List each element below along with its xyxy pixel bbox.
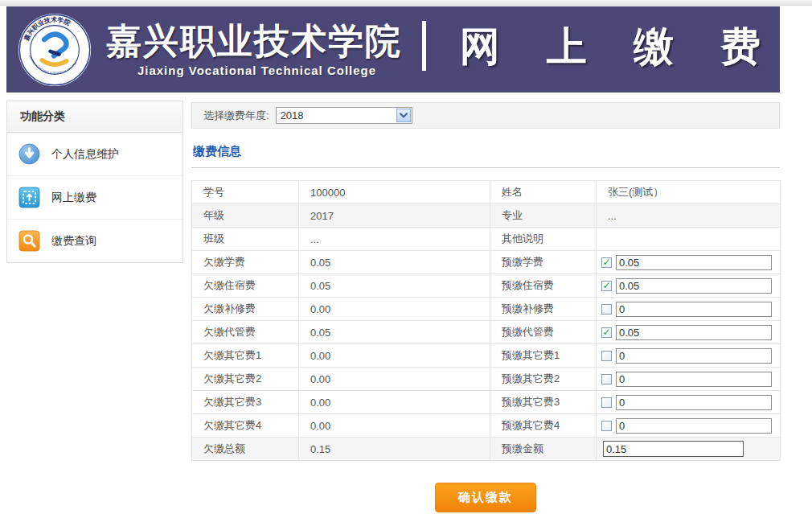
- prepay-label: 其他说明: [490, 228, 597, 251]
- owed-value: 0.00: [299, 391, 490, 414]
- prepay-amount-input[interactable]: [616, 348, 772, 364]
- table-row: 欠缴其它费10.00预缴其它费1: [192, 344, 781, 368]
- filter-bar: 选择缴费年度: 2018: [191, 102, 780, 129]
- sidebar-title: 功能分类: [7, 101, 182, 133]
- table-row: 欠缴学费0.05预缴学费: [192, 251, 781, 274]
- prepay-checkbox[interactable]: [601, 397, 612, 408]
- owed-label: 欠缴其它费4: [192, 414, 299, 438]
- table-row: 学号100000姓名张三(测试）: [192, 181, 781, 204]
- prepay-checkbox[interactable]: [601, 304, 612, 315]
- owed-label: 欠缴总额: [192, 438, 299, 461]
- prepay-value: 张三(测试）: [597, 181, 781, 204]
- table-row: 欠缴总额0.15预缴金额: [192, 438, 781, 461]
- owed-value: 0.00: [299, 414, 490, 438]
- payment-year-select[interactable]: 2018: [276, 107, 412, 124]
- owed-value: 0.00: [299, 298, 490, 321]
- prepay-checkbox[interactable]: [601, 351, 612, 361]
- owed-value: 0.05: [299, 274, 490, 298]
- college-name-zh: 嘉兴职业技术学院: [106, 22, 408, 60]
- owed-label: 学号: [192, 181, 299, 204]
- prepay-checkbox[interactable]: [601, 281, 612, 291]
- table-row: 欠缴代管费0.05预缴代管费: [192, 321, 781, 344]
- prepay-label: 预缴代管费: [490, 321, 597, 344]
- payment-year-value: 2018: [277, 109, 396, 121]
- owed-label: 欠缴住宿费: [192, 274, 299, 298]
- sidebar-item-label: 网上缴费: [51, 191, 96, 205]
- table-row: 欠缴其它费40.00预缴其它费4: [192, 414, 781, 438]
- confirm-payment-button[interactable]: 确认缴款: [435, 483, 536, 512]
- sidebar-item-online-payment[interactable]: 网上缴费: [7, 175, 182, 219]
- owed-value: ...: [299, 228, 490, 251]
- page-top-strip: [0, 0, 812, 6]
- college-logo: 嘉兴职业技术学院 JIAXING VOCATIONAL & TECHNICAL …: [18, 13, 92, 87]
- prepay-total-input[interactable]: [603, 441, 744, 457]
- personal-info-icon: [18, 143, 40, 165]
- prepay-label: 预缴其它费1: [490, 344, 597, 368]
- owed-label: 欠缴其它费2: [192, 368, 299, 391]
- prepay-checkbox[interactable]: [601, 257, 612, 268]
- prepay-amount-input[interactable]: [616, 395, 772, 410]
- sidebar-item-payment-query[interactable]: 缴费查询: [7, 219, 182, 262]
- prepay-amount-input[interactable]: [616, 418, 772, 434]
- button-row: 确认缴款: [191, 483, 780, 512]
- prepay-label: 预缴学费: [490, 251, 597, 274]
- payment-query-icon: [18, 230, 40, 252]
- header-banner: 嘉兴职业技术学院 JIAXING VOCATIONAL & TECHNICAL …: [6, 6, 780, 93]
- prepay-checkbox[interactable]: [601, 327, 612, 338]
- sidebar-item-label: 个人信息维护: [51, 147, 119, 162]
- payment-info-table: 学号100000姓名张三(测试）年级2017专业...班级...其他说明欠缴学费…: [191, 180, 781, 461]
- chevron-down-icon: [400, 113, 408, 118]
- owed-label: 欠缴代管费: [192, 321, 299, 344]
- owed-label: 欠缴学费: [192, 251, 299, 274]
- prepay-amount-input[interactable]: [616, 372, 772, 387]
- payment-year-label: 选择缴费年度:: [203, 109, 269, 123]
- prepay-amount-input[interactable]: [616, 325, 772, 340]
- owed-value: 0.15: [299, 438, 490, 461]
- owed-label: 班级: [192, 228, 299, 251]
- online-payment-icon: [18, 187, 40, 208]
- owed-value: 0.05: [299, 321, 490, 344]
- owed-value: 100000: [299, 181, 490, 204]
- table-row: 班级...其他说明: [192, 228, 781, 251]
- select-dropdown-button[interactable]: [396, 109, 411, 122]
- owed-value: 0.00: [299, 344, 490, 368]
- section-title: 缴费信息: [191, 144, 780, 159]
- college-name-en: Jiaxing Vocational Technical College: [106, 64, 408, 77]
- owed-label: 欠缴其它费1: [192, 344, 299, 368]
- payment-table-body: 学号100000姓名张三(测试）年级2017专业...班级...其他说明欠缴学费…: [192, 181, 781, 461]
- prepay-checkbox[interactable]: [601, 421, 612, 431]
- table-row: 欠缴其它费30.00预缴其它费3: [192, 391, 781, 414]
- owed-label: 欠缴其它费3: [192, 391, 299, 414]
- prepay-value: ...: [597, 204, 781, 228]
- owed-label: 年级: [192, 204, 299, 228]
- owed-label: 欠缴补修费: [192, 298, 299, 321]
- college-seal-icon: 嘉兴职业技术学院 JIAXING VOCATIONAL & TECHNICAL …: [18, 13, 92, 87]
- sidebar: 功能分类 个人信息维护 网上缴费: [6, 101, 183, 263]
- table-row: 欠缴其它费20.00预缴其它费2: [192, 368, 781, 391]
- owed-value: 0.05: [299, 251, 490, 274]
- prepay-label: 专业: [490, 204, 597, 228]
- owed-value: 0.00: [299, 368, 490, 391]
- prepay-label: 姓名: [490, 181, 597, 204]
- main-content: 选择缴费年度: 2018 缴费信息 学号100000姓名张三(测试）年级2017…: [191, 102, 780, 512]
- sidebar-item-personal-info[interactable]: 个人信息维护: [7, 133, 182, 175]
- sidebar-item-label: 缴费查询: [51, 234, 96, 249]
- prepay-label: 预缴其它费3: [490, 391, 597, 414]
- prepay-label: 预缴补修费: [490, 298, 597, 321]
- prepay-label: 预缴金额: [490, 438, 597, 461]
- banner-divider: [422, 21, 426, 71]
- section-divider: [191, 167, 780, 168]
- table-row: 年级2017专业...: [192, 204, 781, 228]
- table-row: 欠缴补修费0.00预缴补修费: [192, 298, 781, 321]
- prepay-label: 预缴住宿费: [490, 274, 597, 298]
- owed-value: 2017: [299, 204, 490, 228]
- prepay-amount-input[interactable]: [616, 278, 772, 294]
- prepay-amount-input[interactable]: [616, 255, 772, 270]
- portal-title: 网上缴费: [460, 20, 807, 74]
- prepay-amount-input[interactable]: [616, 302, 772, 317]
- prepay-value: [597, 228, 781, 251]
- table-row: 欠缴住宿费0.05预缴住宿费: [192, 274, 781, 298]
- prepay-checkbox[interactable]: [601, 374, 612, 384]
- prepay-label: 预缴其它费2: [490, 368, 597, 391]
- prepay-label: 预缴其它费4: [490, 414, 597, 438]
